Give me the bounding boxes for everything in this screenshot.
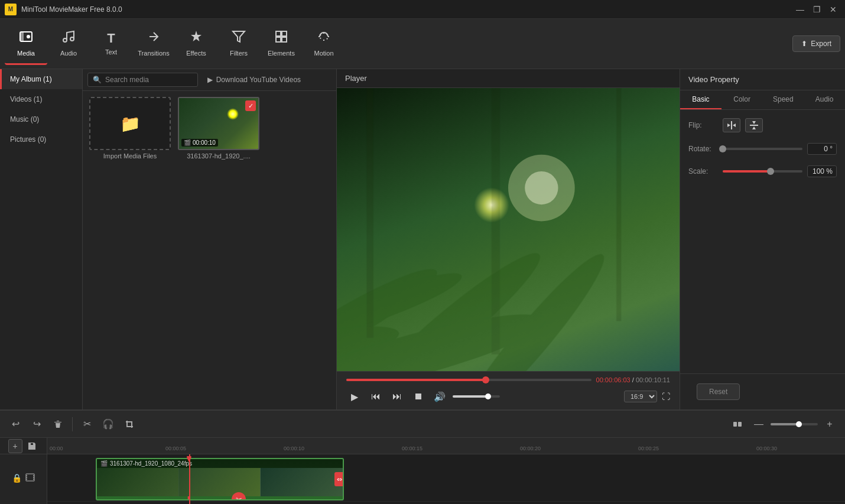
delete-button[interactable]: [48, 415, 67, 434]
timeline-track-labels: + 🔒 ♪ 🔒: [0, 438, 47, 504]
minimize-button[interactable]: —: [793, 2, 807, 17]
sidebar-item-pictures[interactable]: Pictures (0): [0, 129, 82, 149]
scale-slider[interactable]: [723, 170, 802, 173]
split-clip-button[interactable]: [728, 415, 747, 434]
ruler-mark-3: 00:00:15: [402, 446, 422, 451]
ruler-mark-2: 00:00:10: [284, 446, 304, 451]
save-icon: [28, 442, 36, 450]
svg-rect-1: [20, 32, 24, 41]
download-youtube-button[interactable]: ▶ Download YouTube Videos: [203, 73, 332, 86]
redo-button[interactable]: ↪: [27, 415, 46, 434]
ruler-mark-4: 00:00:20: [520, 446, 541, 451]
tab-color[interactable]: Color: [722, 90, 763, 109]
separator-1: [72, 417, 73, 431]
flip-horizontal-button[interactable]: [723, 118, 740, 132]
flip-row: Flip:: [688, 118, 837, 132]
rotate-slider-container: 0 °: [723, 143, 837, 155]
toolbar-elements[interactable]: Elements: [260, 22, 303, 65]
play-button[interactable]: ▶: [346, 388, 363, 405]
export-label: Export: [811, 40, 831, 48]
transitions-icon: [147, 30, 161, 47]
rotate-slider-thumb: [719, 145, 726, 152]
clip-header: 🎬 3161307-hd_1920_1080_24fps: [97, 459, 343, 468]
volume-bar[interactable]: [453, 395, 500, 398]
sidebar-item-music[interactable]: Music (0): [0, 109, 82, 129]
playhead-arrow: ▼: [185, 454, 193, 464]
next-frame-button[interactable]: ⏭: [389, 388, 405, 405]
video-label: 3161307-hd_1920_....: [187, 152, 251, 160]
crop-button[interactable]: [120, 415, 139, 434]
svg-rect-28: [26, 479, 27, 480]
svg-rect-30: [33, 477, 34, 478]
tab-basic[interactable]: Basic: [680, 90, 722, 109]
toolbar-motion[interactable]: Motion: [303, 22, 345, 65]
clip-resize-handle[interactable]: ⇔: [334, 472, 344, 486]
export-button[interactable]: ⬆ Export: [792, 35, 840, 52]
clip-film-icon: 🎬: [100, 460, 108, 467]
video-lock-icon[interactable]: 🔒: [12, 473, 22, 483]
sidebar-item-my-album[interactable]: My Album (1): [0, 69, 82, 89]
zoom-out-button[interactable]: —: [749, 415, 768, 434]
svg-marker-5: [233, 31, 245, 42]
toolbar-media[interactable]: Media: [5, 22, 47, 65]
svg-point-3: [63, 38, 67, 42]
media-content: 📁 Import Media Files 🎬 00:00:10 ✓ 316130…: [83, 91, 336, 165]
toolbar-filters[interactable]: Filters: [217, 22, 260, 65]
effects-icon: [189, 30, 203, 47]
fern-overlay: [337, 88, 680, 371]
tab-speed[interactable]: Speed: [763, 90, 804, 109]
reset-button[interactable]: Reset: [697, 383, 740, 400]
zoom-in-button[interactable]: +: [820, 415, 839, 434]
sidebar-item-videos[interactable]: Videos (1): [0, 89, 82, 109]
toolbar-audio[interactable]: Audio: [47, 22, 90, 65]
close-button[interactable]: ✕: [826, 2, 840, 17]
volume-button[interactable]: 🔊: [431, 388, 448, 405]
scale-slider-fill: [723, 170, 771, 173]
scale-slider-container: 100 %: [723, 165, 837, 177]
toolbar-text[interactable]: T Text: [90, 22, 132, 65]
progress-bar[interactable]: [346, 379, 592, 381]
import-media-item[interactable]: 📁 Import Media Files: [89, 97, 171, 160]
tab-audio[interactable]: Audio: [804, 90, 845, 109]
restore-button[interactable]: ❐: [810, 2, 824, 17]
playhead[interactable]: ▼: [189, 454, 190, 504]
save-project-button[interactable]: [25, 439, 39, 453]
svg-rect-23: [733, 422, 737, 427]
svg-rect-17: [492, 88, 500, 355]
cut-button[interactable]: ✂: [77, 415, 96, 434]
video-thumb: 🎬 00:00:10 ✓: [178, 97, 259, 150]
ruler-mark-6: 00:00:30: [756, 446, 777, 451]
aspect-ratio-select[interactable]: 16:9 9:16 1:1 4:3: [624, 391, 657, 402]
media-toolbar: 🔍 Search media ▶ Download YouTube Videos: [83, 69, 336, 91]
ruler-mark-0: 00:00: [50, 446, 63, 451]
zoom-slider[interactable]: [771, 423, 818, 425]
prev-frame-button[interactable]: ⏮: [368, 388, 384, 405]
flip-controls: [723, 118, 837, 132]
flip-h-icon: [726, 120, 737, 131]
search-media-button[interactable]: 🔍 Search media: [87, 73, 198, 87]
audio-track-label: ♪ 🔒: [0, 502, 47, 504]
toolbar-audio-label: Audio: [60, 50, 77, 57]
video-media-item[interactable]: 🎬 00:00:10 ✓ 3161307-hd_1920_....: [177, 97, 260, 160]
scale-row: Scale: 100 %: [688, 165, 837, 177]
rotate-slider[interactable]: [723, 148, 802, 150]
flip-vertical-button[interactable]: [745, 118, 763, 132]
property-tabs: Basic Color Speed Audio: [680, 90, 845, 110]
video-track: 🎬 3161307-hd_1920_1080_24fps ✂ ⇔: [47, 454, 845, 502]
duration-badge: 🎬 00:00:10: [181, 139, 218, 147]
tracks-area: ▼ 🎬 3161307-hd_1920_1080_24fps: [47, 454, 845, 504]
video-clip[interactable]: 🎬 3161307-hd_1920_1080_24fps ✂ ⇔: [96, 458, 344, 500]
progress-bar-container: 00:00:06:03 / 00:00:10:11: [346, 376, 670, 383]
elements-icon: [274, 30, 288, 47]
detach-audio-button[interactable]: 🎧: [99, 415, 118, 434]
duration-text: 00:00:10: [193, 139, 216, 146]
undo-button[interactable]: ↩: [6, 415, 25, 434]
toolbar-effects[interactable]: Effects: [175, 22, 217, 65]
toolbar-transitions[interactable]: Transitions: [132, 22, 175, 65]
fullscreen-button[interactable]: ⛶: [662, 392, 670, 401]
video-display: [337, 88, 680, 371]
stop-button[interactable]: ⏹: [410, 388, 427, 405]
text-icon: T: [107, 31, 115, 46]
add-track-button[interactable]: +: [8, 439, 22, 453]
ruler-mark-1: 00:00:05: [165, 446, 186, 451]
